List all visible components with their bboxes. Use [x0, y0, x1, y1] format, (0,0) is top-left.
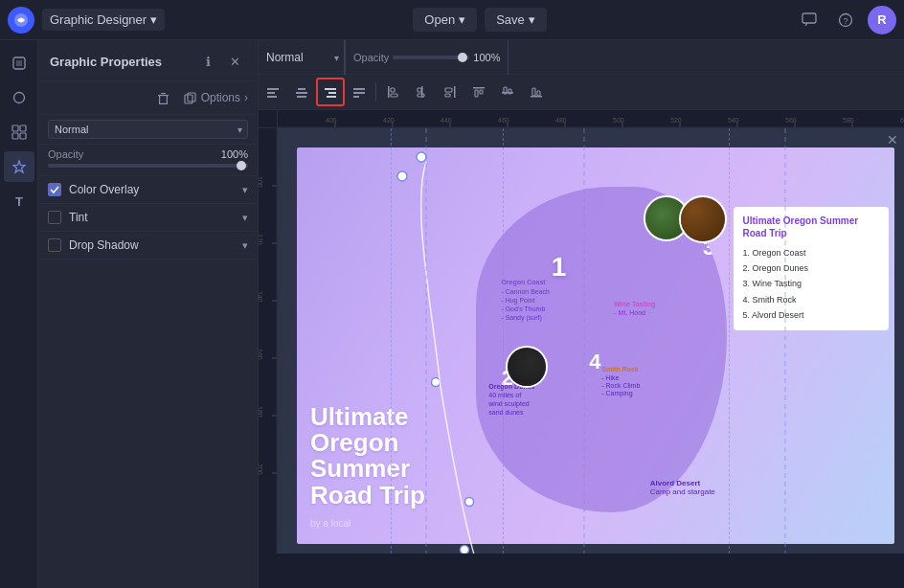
tint-item[interactable]: Tint ▾ [38, 204, 258, 232]
color-overlay-chevron: ▾ [242, 184, 248, 196]
panel-close-button[interactable]: ✕ [223, 50, 246, 73]
toolbar-blend-select[interactable]: Normal [259, 40, 345, 75]
panel-header: Graphic Properties ℹ ✕ [38, 40, 258, 81]
drop-shadow-checkbox[interactable] [48, 238, 61, 252]
svg-text:480: 480 [555, 117, 567, 124]
svg-rect-27 [327, 96, 336, 98]
svg-rect-15 [167, 96, 168, 103]
toolbar-opacity-label: Opacity [353, 52, 389, 63]
blend-mode-select[interactable]: Normal [48, 120, 248, 139]
svg-text:420: 420 [383, 117, 395, 124]
svg-rect-13 [161, 93, 166, 94]
drop-shadow-item[interactable]: Drop Shadow ▾ [38, 232, 258, 260]
topbar: Graphic Designer ▾ Open ▾ Save ▾ ? R [0, 0, 904, 40]
svg-rect-9 [12, 133, 18, 139]
open-button[interactable]: Open ▾ [413, 8, 477, 32]
chat-icon-button[interactable] [795, 6, 824, 34]
sidebar-item-shapes[interactable] [4, 82, 34, 113]
svg-text:580: 580 [843, 117, 854, 124]
color-overlay-item[interactable]: Color Overlay ▾ [38, 176, 258, 204]
svg-rect-24 [297, 96, 306, 98]
open-chevron: ▾ [459, 12, 465, 27]
svg-rect-19 [267, 88, 279, 90]
svg-rect-42 [480, 90, 483, 94]
drop-shadow-expand-icon: ▾ [242, 239, 248, 252]
svg-rect-14 [159, 96, 160, 103]
distribute-vtop-button[interactable] [464, 78, 493, 106]
open-label: Open [424, 12, 455, 27]
svg-rect-36 [418, 94, 424, 97]
save-button[interactable]: Save ▾ [485, 8, 547, 32]
save-chevron: ▾ [529, 12, 535, 27]
panel-info-button[interactable]: ℹ [196, 50, 219, 73]
ruler-horizontal: 400 420 440 460 480 500 520 540 560 580 … [278, 109, 904, 128]
svg-rect-33 [391, 94, 397, 97]
align-center-button[interactable] [287, 78, 316, 106]
toolbar-opacity-thumb[interactable] [458, 53, 467, 62]
canvas-viewport: 400 420 440 460 480 500 520 540 560 580 … [259, 109, 904, 554]
info-box: Ultimate Oregon Summer Road Trip 1. Oreg… [734, 207, 889, 330]
distribute-hright-button[interactable] [436, 78, 464, 106]
app-logo [8, 7, 34, 34]
toolbar-opacity-value: 100% [473, 52, 500, 63]
app-name-button[interactable]: Graphic Designer ▾ [42, 9, 165, 31]
svg-text:460: 460 [498, 117, 509, 124]
duplicate-effect-button[interactable] [180, 87, 201, 108]
distribute-hcenter-button[interactable] [407, 78, 436, 106]
svg-rect-1 [802, 13, 816, 23]
tint-label: Tint [69, 211, 242, 224]
ruler-corner [259, 109, 278, 128]
avatar[interactable]: R [868, 6, 896, 34]
options-button[interactable]: Options › [201, 91, 248, 104]
svg-text:200: 200 [259, 464, 263, 475]
distribute-vbottom-button[interactable] [522, 78, 551, 106]
toolbar-blend-wrapper: Normal ▾ [259, 40, 346, 75]
properties-panel: Graphic Properties ℹ ✕ [38, 40, 259, 588]
align-left-button[interactable] [259, 78, 287, 106]
options-chevron: › [244, 91, 248, 104]
svg-text:500: 500 [613, 117, 624, 124]
blend-mode-row: Normal ▾ [38, 115, 258, 145]
svg-text:440: 440 [441, 117, 452, 124]
delete-effect-button[interactable] [153, 87, 174, 108]
topbar-center: Open ▾ Save ▾ [165, 8, 795, 32]
svg-rect-28 [353, 88, 365, 90]
canvas-area: Normal ▾ Opacity 100% [259, 40, 904, 588]
sidebar-item-effects[interactable] [4, 151, 34, 182]
svg-text:120: 120 [259, 234, 263, 245]
color-overlay-checkbox[interactable] [48, 183, 61, 196]
tint-checkbox[interactable] [48, 211, 61, 224]
canvas-close-button[interactable]: ✕ [883, 130, 902, 149]
svg-rect-37 [454, 86, 456, 98]
topbar-right: ? R [795, 6, 896, 34]
align-justify-button[interactable] [345, 78, 373, 106]
toolbar-divider-1 [375, 82, 376, 102]
toolbar-row-1: Normal ▾ Opacity 100% [259, 40, 904, 75]
svg-text:180: 180 [259, 406, 263, 418]
app-name-label: Graphic Designer [50, 12, 147, 27]
help-icon-button[interactable]: ? [831, 6, 860, 34]
panel-header-icons: ℹ ✕ [196, 50, 246, 73]
options-label: Options [201, 91, 240, 104]
svg-rect-20 [267, 92, 275, 94]
svg-rect-8 [20, 125, 26, 131]
save-label: Save [496, 12, 525, 27]
svg-text:560: 560 [785, 117, 797, 124]
sidebar-item-grid[interactable] [4, 117, 34, 147]
distribute-vcenter-button[interactable] [493, 78, 522, 106]
svg-rect-22 [298, 88, 305, 90]
opacity-thumb[interactable] [237, 161, 246, 170]
svg-rect-31 [388, 86, 390, 98]
sidebar-item-select[interactable] [4, 48, 34, 79]
canvas-work-area[interactable]: Ultimate Oregon Summer Road Trip by a lo… [278, 128, 904, 554]
svg-text:400: 400 [326, 117, 337, 124]
opacity-value: 100% [221, 148, 248, 160]
sidebar-item-text[interactable]: T [4, 186, 34, 216]
options-row: Options › [38, 81, 258, 115]
toolbar-opacity-slider[interactable] [393, 56, 469, 59]
svg-rect-16 [159, 102, 168, 103]
align-right-button[interactable] [316, 78, 345, 106]
distribute-hleft-button[interactable] [378, 78, 407, 106]
info-box-title: Ultimate Oregon Summer Road Trip [743, 215, 879, 239]
opacity-slider[interactable] [48, 164, 248, 168]
